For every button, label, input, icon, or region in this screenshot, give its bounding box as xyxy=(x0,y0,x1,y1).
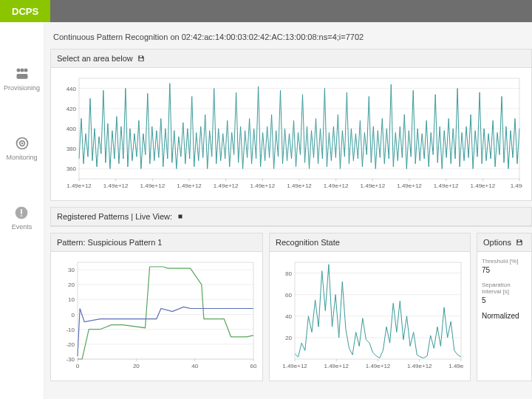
pattern-title: Pattern: Suspicious Pattern 1 xyxy=(57,238,162,247)
sidebar-item-label: Monitoring xyxy=(6,154,37,161)
sidebar: Provisioning Monitoring Events xyxy=(0,22,44,399)
svg-text:0: 0 xyxy=(72,312,75,318)
svg-text:1.49e+12: 1.49e+12 xyxy=(324,183,349,189)
select-area-header: Select an area below xyxy=(51,50,531,68)
svg-text:1.49e+12: 1.49e+12 xyxy=(324,363,349,369)
svg-text:20: 20 xyxy=(133,363,140,369)
normalized-option[interactable]: Normalized xyxy=(482,312,527,320)
topbar: DCPS xyxy=(0,0,532,22)
recognition-panel: Recognition State 204060801.49e+121.49e+… xyxy=(269,233,471,381)
svg-rect-10 xyxy=(140,56,142,58)
separation-option[interactable]: Separation Interval [s] 5 xyxy=(482,282,527,304)
svg-rect-9 xyxy=(21,215,23,216)
svg-rect-8 xyxy=(21,209,23,214)
overview-chart[interactable]: 3603804004204401.49e+121.49e+121.49e+121… xyxy=(57,74,522,192)
svg-text:400: 400 xyxy=(66,126,77,132)
sidebar-item-label: Events xyxy=(12,223,33,231)
threshold-value: 75 xyxy=(482,266,527,274)
svg-text:1.49e+12: 1.49e+12 xyxy=(214,183,239,189)
pattern-header: Pattern: Suspicious Pattern 1 xyxy=(51,233,262,252)
svg-text:1.49e+: 1.49e+ xyxy=(511,183,522,189)
events-icon xyxy=(14,205,29,220)
page-title: Continuous Pattern Recognition on 02:42:… xyxy=(50,28,532,49)
svg-text:1.49e+12: 1.49e+12 xyxy=(103,183,129,189)
save-icon[interactable] xyxy=(137,55,145,62)
svg-text:-20: -20 xyxy=(66,341,75,348)
svg-text:-10: -10 xyxy=(66,327,75,333)
svg-text:30: 30 xyxy=(68,267,75,273)
svg-text:1.49e+12: 1.49e+12 xyxy=(366,363,391,369)
app-logo: DCPS xyxy=(0,0,50,22)
options-header: Options xyxy=(477,233,531,252)
svg-text:1.49e+12: 1.49e+12 xyxy=(140,183,166,189)
registered-panel: Registered Patterns | Live View: xyxy=(50,207,532,227)
select-area-body[interactable]: 3603804004204401.49e+121.49e+121.49e+121… xyxy=(51,68,531,200)
svg-point-2 xyxy=(20,69,24,72)
svg-text:380: 380 xyxy=(66,146,77,152)
sidebar-item-provisioning[interactable]: Provisioning xyxy=(4,66,40,92)
sidebar-item-events[interactable]: Events xyxy=(12,205,33,231)
options-title: Options xyxy=(483,238,511,247)
svg-text:1.49e+12: 1.49e+12 xyxy=(250,183,276,189)
bottom-row: Pattern: Suspicious Pattern 1 -30-20-100… xyxy=(50,233,532,387)
svg-text:80: 80 xyxy=(285,270,292,277)
svg-rect-93 xyxy=(517,242,521,245)
recognition-title: Recognition State xyxy=(276,238,340,247)
svg-text:20: 20 xyxy=(285,335,292,341)
recognition-body: 204060801.49e+121.49e+121.49e+121.49e+12… xyxy=(270,252,470,381)
svg-text:0: 0 xyxy=(76,363,80,369)
select-area-title: Select an area below xyxy=(57,54,133,63)
svg-rect-72 xyxy=(78,262,253,359)
sidebar-item-monitoring[interactable]: Monitoring xyxy=(6,136,37,161)
monitoring-icon xyxy=(15,136,30,151)
svg-text:20: 20 xyxy=(68,282,75,288)
svg-text:1.49e+12: 1.49e+12 xyxy=(177,183,202,189)
svg-text:1.49e+12: 1.49e+12 xyxy=(361,183,386,189)
svg-text:-30: -30 xyxy=(66,356,75,363)
svg-text:40: 40 xyxy=(285,313,292,320)
pattern-panel: Pattern: Suspicious Pattern 1 -30-20-100… xyxy=(50,233,263,381)
svg-point-6 xyxy=(21,143,23,145)
svg-text:60: 60 xyxy=(285,292,292,299)
svg-rect-3 xyxy=(16,74,27,79)
svg-point-0 xyxy=(16,69,20,72)
svg-text:60: 60 xyxy=(250,363,256,369)
pattern-chart[interactable]: -30-20-1001020300204060 xyxy=(57,258,256,372)
svg-text:440: 440 xyxy=(66,86,77,92)
recognition-chart[interactable]: 204060801.49e+121.49e+121.49e+121.49e+12… xyxy=(276,258,464,372)
registered-title: Registered Patterns | Live View: xyxy=(57,212,172,221)
options-panel: Options Threshold [%] 75 Separation Inte… xyxy=(477,233,532,381)
svg-text:1.49e+12: 1.49e+12 xyxy=(449,363,464,369)
layout: Provisioning Monitoring Events Continuou… xyxy=(0,22,532,399)
svg-text:1.49e+12: 1.49e+12 xyxy=(471,183,496,189)
select-area-panel: Select an area below 3603804004204401.49… xyxy=(50,49,532,201)
threshold-label: Threshold [%] xyxy=(482,258,527,265)
normalized-label: Normalized xyxy=(482,312,527,320)
svg-rect-49 xyxy=(179,215,183,219)
svg-rect-92 xyxy=(518,240,520,242)
stop-icon[interactable] xyxy=(177,213,184,220)
svg-text:1.49e+12: 1.49e+12 xyxy=(407,363,432,369)
separation-label: Separation Interval [s] xyxy=(482,282,527,295)
separation-value: 5 xyxy=(482,296,527,304)
svg-rect-11 xyxy=(139,58,143,61)
sidebar-item-label: Provisioning xyxy=(4,84,40,92)
svg-point-1 xyxy=(24,69,27,72)
svg-text:360: 360 xyxy=(66,166,77,172)
svg-text:10: 10 xyxy=(68,296,75,303)
provisioning-icon xyxy=(15,66,30,81)
svg-text:40: 40 xyxy=(191,363,198,369)
svg-text:1.49e+12: 1.49e+12 xyxy=(282,363,307,369)
threshold-option[interactable]: Threshold [%] 75 xyxy=(482,258,527,274)
svg-text:1.49e+12: 1.49e+12 xyxy=(287,183,312,189)
svg-text:420: 420 xyxy=(66,106,77,112)
pattern-body: -30-20-1001020300204060 xyxy=(51,252,262,381)
svg-text:1.49e+12: 1.49e+12 xyxy=(434,183,459,189)
options-body: Threshold [%] 75 Separation Interval [s]… xyxy=(477,252,531,333)
registered-header: Registered Patterns | Live View: xyxy=(51,208,531,226)
svg-text:1.49e+12: 1.49e+12 xyxy=(397,183,422,189)
main: Continuous Pattern Recognition on 02:42:… xyxy=(44,22,532,399)
svg-text:1.49e+12: 1.49e+12 xyxy=(66,183,92,189)
save-icon[interactable] xyxy=(516,239,523,246)
recognition-header: Recognition State xyxy=(270,233,470,252)
